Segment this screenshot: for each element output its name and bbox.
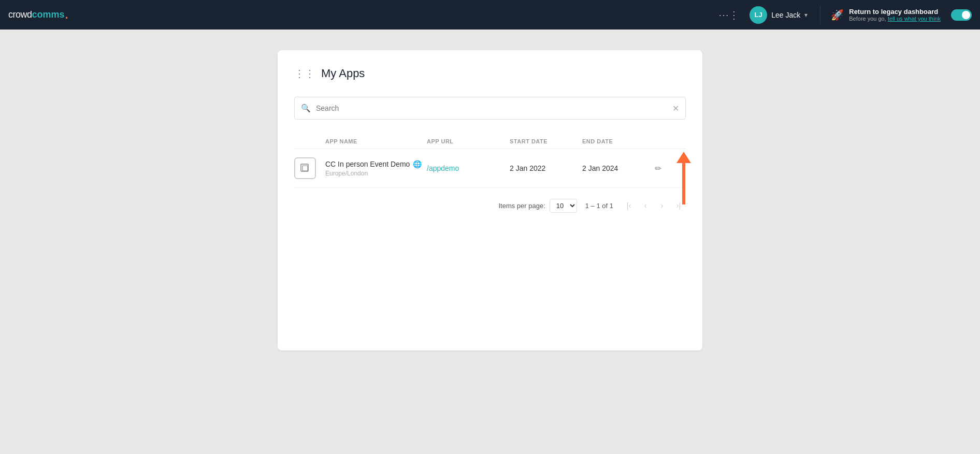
col-app-url: APP URL	[427, 138, 510, 144]
my-apps-card: ⋮⋮ My Apps 🔍 ✕ APP NAME APP URL START DA…	[278, 50, 702, 350]
table-row: CC In person Event Demo 🌐 Europe/London …	[294, 149, 686, 188]
user-menu[interactable]: LJ Lee Jack ▾	[750, 6, 808, 24]
app-name: CC In person Event Demo	[325, 160, 410, 168]
page-info: 1 – 1 of 1	[585, 202, 613, 210]
arrow-head	[676, 152, 691, 163]
app-icon	[294, 157, 316, 179]
next-page-button[interactable]: ›	[655, 198, 669, 213]
toggle-switch[interactable]	[951, 9, 972, 21]
nav-divider	[820, 6, 820, 24]
grid-icon[interactable]: ⋯⋮	[718, 9, 739, 21]
svg-rect-0	[301, 164, 308, 171]
search-input[interactable]	[316, 104, 672, 112]
col-icon-spacer	[294, 138, 325, 144]
legacy-text-block: Return to legacy dashboard Before you go…	[849, 8, 941, 22]
apps-grid-icon: ⋮⋮	[294, 67, 315, 80]
legacy-title[interactable]: Return to legacy dashboard	[849, 8, 941, 16]
pagination-row: Items per page: 10 25 50 1 – 1 of 1 |‹ ‹…	[294, 198, 686, 213]
chevron-down-icon: ▾	[804, 11, 808, 19]
legacy-subtitle: Before you go, tell us what you think	[849, 16, 941, 22]
rocket-icon: 🚀	[831, 9, 844, 21]
search-icon: 🔍	[301, 104, 311, 113]
col-end-date: END DATE	[582, 138, 655, 144]
user-name: Lee Jack	[771, 11, 800, 19]
per-page-select[interactable]: 10 25 50	[550, 199, 577, 213]
items-per-page-label: Items per page:	[498, 202, 545, 210]
clear-search-icon[interactable]: ✕	[672, 104, 679, 113]
legacy-dashboard-section: 🚀 Return to legacy dashboard Before you …	[831, 8, 941, 22]
page-title: My Apps	[321, 67, 365, 80]
logo-crowd-text: crowd	[8, 9, 32, 20]
avatar: LJ	[750, 6, 767, 24]
prev-page-button[interactable]: ‹	[638, 198, 653, 213]
items-per-page: Items per page: 10 25 50	[498, 199, 577, 213]
main-content: ⋮⋮ My Apps 🔍 ✕ APP NAME APP URL START DA…	[0, 30, 980, 371]
edit-icon[interactable]: ✏	[655, 164, 661, 173]
app-icon-cell	[294, 157, 325, 179]
orange-arrow-annotation	[676, 152, 691, 204]
app-start-date: 2 Jan 2022	[510, 164, 545, 172]
card-header: ⋮⋮ My Apps	[294, 67, 686, 80]
globe-icon: 🌐	[413, 160, 422, 168]
col-start-date: START DATE	[510, 138, 582, 144]
col-actions-spacer	[655, 138, 686, 144]
logo-dot: .	[65, 8, 68, 22]
logo-comms-text: comms	[32, 9, 65, 20]
app-start-date-cell: 2 Jan 2022	[510, 164, 582, 173]
legacy-feedback-link[interactable]: tell us what you think	[888, 16, 941, 22]
col-app-name: APP NAME	[325, 138, 427, 144]
app-url-cell: /appdemo	[427, 164, 510, 173]
app-url[interactable]: /appdemo	[427, 164, 459, 172]
topnav: crowdcomms. ⋯⋮ LJ Lee Jack ▾ 🚀 Return to…	[0, 0, 980, 30]
logo[interactable]: crowdcomms.	[8, 8, 68, 22]
app-timezone: Europe/London	[325, 170, 427, 177]
app-end-date: 2 Jan 2024	[582, 164, 618, 172]
first-page-button[interactable]: |‹	[622, 198, 636, 213]
arrow-shaft	[682, 163, 685, 204]
app-name-row: CC In person Event Demo 🌐	[325, 160, 427, 168]
table-header: APP NAME APP URL START DATE END DATE	[294, 134, 686, 149]
app-end-date-cell: 2 Jan 2024	[582, 164, 655, 173]
search-bar: 🔍 ✕	[294, 97, 686, 120]
svg-rect-1	[302, 166, 308, 171]
app-name-cell: CC In person Event Demo 🌐 Europe/London	[325, 160, 427, 177]
